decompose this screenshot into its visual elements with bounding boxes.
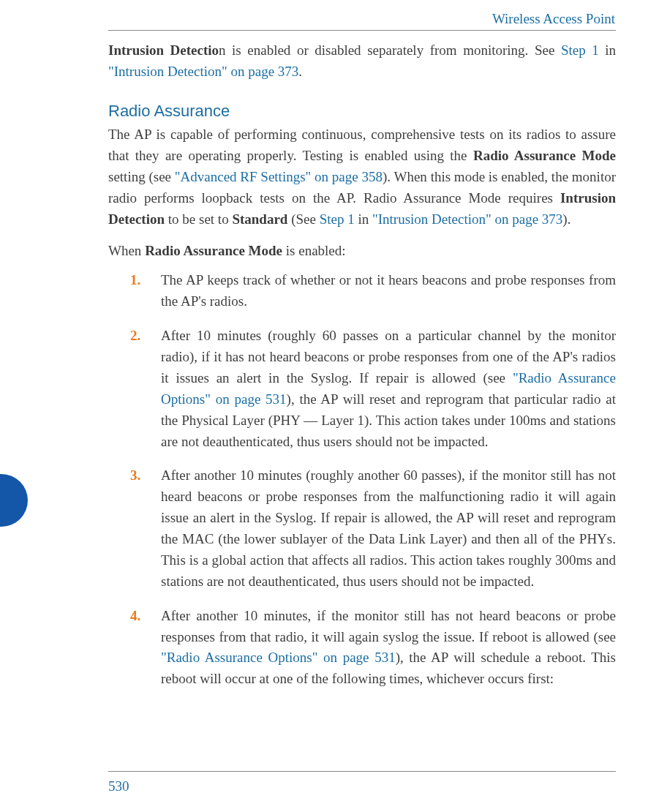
p2-t2: setting (see: [108, 169, 175, 184]
intro-paragraph: Intrusion Detection is enabled or disabl…: [108, 40, 616, 83]
p2-t5: (See: [287, 211, 319, 227]
content-area: Intrusion Detection is enabled or disabl…: [108, 40, 616, 703]
intro-tail: .: [298, 64, 302, 79]
page-number: 530: [108, 778, 129, 794]
p3-t2: is enabled:: [282, 243, 346, 258]
footer-rule: [108, 771, 616, 772]
list-item-4: 4. After another 10 minutes, if the moni…: [161, 606, 616, 691]
list-number-2: 2.: [130, 326, 140, 347]
list-item-1: 1. The AP keeps track of whether or not …: [161, 270, 616, 312]
p2-t6: in: [355, 211, 372, 227]
p2-b1: Radio Assurance Mode: [473, 148, 616, 163]
side-tab-icon: [0, 474, 28, 527]
list-text-3: After another 10 minutes (roughly anothe…: [161, 467, 616, 588]
list-item-2: 2. After 10 minutes (roughly 60 passes o…: [161, 326, 616, 452]
list-number-4: 4.: [130, 606, 140, 627]
p2-t4: to be set to: [165, 211, 232, 227]
p2-b3: Standard: [232, 211, 287, 227]
page: Wireless Access Point Intrusion Detectio…: [0, 0, 659, 812]
intro-text-2: in: [599, 42, 616, 58]
list-text-1: The AP keeps track of whether or not it …: [161, 272, 616, 309]
link-step1-b[interactable]: Step 1: [320, 211, 355, 227]
header-rule: [108, 30, 616, 31]
list-item-3: 3. After another 10 minutes (roughly ano…: [161, 465, 616, 592]
radio-assurance-paragraph: The AP is capable of performing continuo…: [108, 124, 616, 230]
link-intrusion-detection-373-b[interactable]: "Intrusion Detection" on page 373: [372, 211, 562, 227]
link-advanced-rf-358[interactable]: "Advanced RF Settings" on page 358: [175, 169, 383, 184]
list-text-4a: After another 10 minutes, if the monitor…: [161, 608, 616, 644]
intro-text-1: n is enabled or disabled separately from…: [219, 42, 561, 58]
list-number-1: 1.: [130, 270, 140, 291]
p3-b1: Radio Assurance Mode: [145, 243, 282, 258]
p3-t1: When: [108, 243, 145, 258]
header-title: Wireless Access Point: [492, 11, 615, 27]
list-number-3: 3.: [130, 465, 140, 486]
p2-t7: ).: [562, 211, 570, 227]
link-intrusion-detection-373[interactable]: "Intrusion Detection" on page 373: [108, 64, 298, 79]
when-enabled-paragraph: When Radio Assurance Mode is enabled:: [108, 241, 616, 262]
link-step1[interactable]: Step 1: [561, 42, 599, 58]
link-radio-assurance-options-531-b[interactable]: "Radio Assurance Options" on page 531: [161, 650, 396, 665]
section-heading-radio-assurance: Radio Assurance: [108, 99, 616, 123]
intro-bold: Intrusion Detectio: [108, 42, 219, 58]
numbered-list: 1. The AP keeps track of whether or not …: [108, 270, 616, 690]
